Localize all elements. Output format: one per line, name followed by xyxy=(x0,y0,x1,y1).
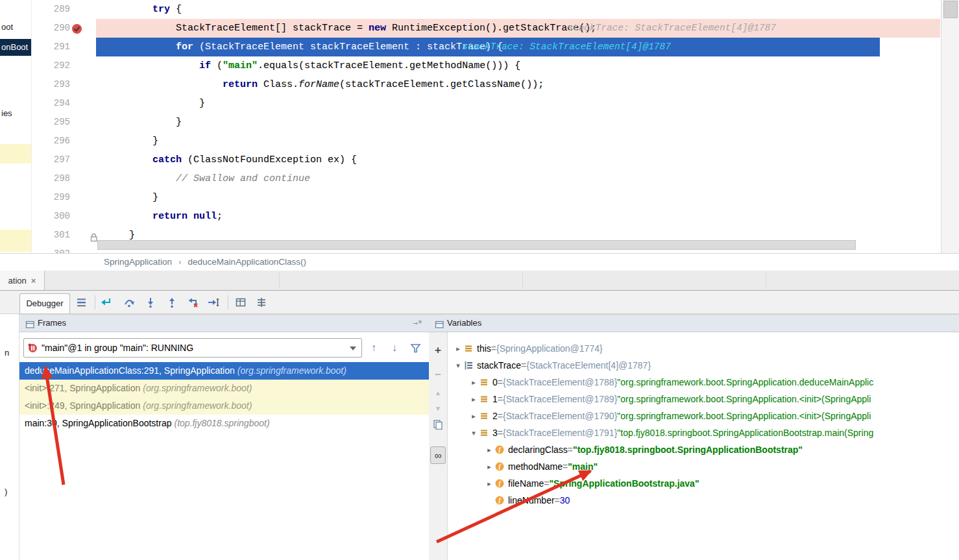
editor-vertical-scrollbar[interactable] xyxy=(941,0,959,253)
drop-frame-icon[interactable] xyxy=(186,296,199,309)
project-tree-item-partial[interactable]: oot xyxy=(1,21,13,34)
variable-row-fileName[interactable]: ▸ffileName = "SpringApplicationBootstrap… xyxy=(448,475,959,492)
add-watch-icon[interactable]: + xyxy=(429,344,447,357)
chevron-right-icon[interactable]: ▸ xyxy=(484,458,494,475)
code-text[interactable]: } xyxy=(129,94,205,113)
stripe-label-partial[interactable]: ) xyxy=(5,487,7,496)
object-reference: {StackTraceElement@1788} xyxy=(503,374,617,391)
field-icon: f xyxy=(494,444,505,455)
duplicate-icon[interactable] xyxy=(429,419,447,432)
evaluate-in-loop-toggle[interactable]: ∞ xyxy=(430,446,446,464)
divider xyxy=(279,273,280,289)
code-text[interactable]: return null; xyxy=(129,207,223,226)
code-text[interactable]: if ("main".equals(stackTraceElement.getM… xyxy=(129,56,520,75)
step-out-icon[interactable] xyxy=(165,296,178,309)
code-line-295[interactable]: 295 } xyxy=(0,113,941,132)
value-icon xyxy=(479,428,489,438)
show-execution-point-icon[interactable] xyxy=(99,296,112,309)
variable-row-this[interactable]: ▸this = {SpringApplication@1774} xyxy=(448,340,959,357)
chevron-right-icon[interactable]: ▸ xyxy=(468,408,479,424)
variable-row-0[interactable]: ▸0 = {StackTraceElement@1788} "org.sprin… xyxy=(448,374,959,391)
code-line-296[interactable]: 296 } xyxy=(0,132,941,151)
frame-row-0[interactable]: deduceMainApplicationClass:291, SpringAp… xyxy=(19,362,429,380)
project-tree-item-selected[interactable]: onBoot xyxy=(0,39,31,56)
code-text[interactable]: } xyxy=(129,132,158,151)
variable-row-3[interactable]: ▾3 = {StackTraceElement@1791} "top.fjy80… xyxy=(448,424,959,441)
variable-name: fileName xyxy=(508,475,544,492)
thread-selector[interactable]: "main"@1 in group "main": RUNNING xyxy=(23,338,362,358)
chevron-down-icon[interactable]: ▾ xyxy=(468,424,479,441)
value-icon xyxy=(479,411,489,421)
step-over-icon[interactable] xyxy=(123,296,136,309)
hide-frames-filter-icon[interactable] xyxy=(407,340,423,356)
previous-frame-icon[interactable]: ↑ xyxy=(366,340,382,356)
run-to-cursor-icon[interactable] xyxy=(207,296,220,309)
frame-row-2[interactable]: <init>:249, SpringApplication(org.spring… xyxy=(19,397,429,415)
evaluate-expression-icon[interactable] xyxy=(234,296,247,309)
threads-view-icon[interactable] xyxy=(75,296,88,309)
move-up-icon[interactable]: ▲ xyxy=(429,389,447,396)
frame-row-3[interactable]: main:30, SpringApplicationBootstrap(top.… xyxy=(19,415,429,432)
code-editor[interactable]: 289 try {290 StackTraceElement[] stackTr… xyxy=(0,0,941,253)
object-reference: {SpringApplication@1774} xyxy=(496,340,603,357)
code-line-297[interactable]: 297 catch (ClassNotFoundException ex) { xyxy=(0,151,941,169)
scrollbar-thumb[interactable] xyxy=(943,1,958,18)
variable-row-1[interactable]: ▸1 = {StackTraceElement@1789} "org.sprin… xyxy=(448,391,959,408)
tab-debugger[interactable]: Debugger xyxy=(19,293,70,313)
thread-icon xyxy=(28,343,38,356)
chevron-right-icon[interactable]: ▸ xyxy=(453,340,463,357)
next-frame-icon[interactable]: ↓ xyxy=(387,340,402,356)
code-line-294[interactable]: 294 } xyxy=(0,94,941,113)
code-line-299[interactable]: 299 } xyxy=(0,188,941,207)
code-text[interactable]: for (StackTraceElement stackTraceElement… xyxy=(129,38,503,56)
tab-run-configuration-partial[interactable]: ation × xyxy=(0,271,45,290)
project-panel-edge: oot onBoot ies xyxy=(0,0,32,253)
code-line-293[interactable]: 293 return Class.forName(stackTraceEleme… xyxy=(0,75,941,94)
frames-list: deduceMainApplicationClass:291, SpringAp… xyxy=(19,362,429,432)
code-line-290[interactable]: 290 StackTraceElement[] stackTrace = new… xyxy=(0,19,941,38)
object-reference: {StackTraceElement@1791} xyxy=(503,424,617,441)
project-tree-item-partial[interactable]: ies xyxy=(1,107,12,120)
code-line-298[interactable]: 298 // Swallow and continue xyxy=(0,169,941,188)
variable-row-declaringClass[interactable]: ▸fdeclaringClass = "top.fjy8018.springbo… xyxy=(448,441,959,458)
code-text[interactable]: catch (ClassNotFoundException ex) { xyxy=(129,151,357,169)
step-into-icon[interactable] xyxy=(144,296,157,309)
breadcrumb-class[interactable]: SpringApplication xyxy=(104,257,172,267)
value-icon xyxy=(463,343,474,354)
frame-row-1[interactable]: <init>:271, SpringApplication(org.spring… xyxy=(19,380,429,397)
chevron-down-icon[interactable]: ▾ xyxy=(453,357,463,374)
variable-row-2[interactable]: ▸2 = {StackTraceElement@1790} "org.sprin… xyxy=(448,408,959,424)
chevron-right-icon[interactable]: ▸ xyxy=(484,475,494,492)
code-text[interactable]: // Swallow and continue xyxy=(129,169,310,188)
variable-row-stackTrace[interactable]: ▾stackTrace = {StackTraceElement[4]@1787… xyxy=(448,357,959,374)
breadcrumb-method[interactable]: deduceMainApplicationClass() xyxy=(188,257,306,267)
code-text[interactable]: } xyxy=(129,188,158,207)
variable-row-methodName[interactable]: ▸fmethodName = "main" xyxy=(448,458,959,475)
code-text[interactable]: try { xyxy=(129,0,182,19)
chevron-right-icon[interactable]: ▸ xyxy=(484,441,494,458)
chevron-down-icon[interactable] xyxy=(350,347,356,350)
thread-selector-value: "main"@1 in group "main": RUNNING xyxy=(42,339,193,357)
stripe-label-partial[interactable]: n xyxy=(5,348,9,358)
code-text[interactable]: StackTraceElement[] stackTrace = new Run… xyxy=(129,19,596,38)
view-options-icon[interactable] xyxy=(255,296,268,309)
variables-panel: ▸this = {SpringApplication@1774}▾stackTr… xyxy=(448,332,959,560)
code-line-292[interactable]: 292 if ("main".equals(stackTraceElement.… xyxy=(0,56,941,75)
remove-watch-icon[interactable]: − xyxy=(429,369,447,382)
code-line-291[interactable]: 291 for (StackTraceElement stackTraceEle… xyxy=(0,38,941,56)
code-line-289[interactable]: 289 try { xyxy=(0,0,941,19)
string-value: "top.fjy8018.springboot.SpringApplicatio… xyxy=(573,441,803,458)
tab-label: ation xyxy=(8,276,27,286)
variable-row-lineNumber[interactable]: flineNumber = 30 xyxy=(448,492,959,509)
move-down-icon[interactable]: ▼ xyxy=(429,405,447,412)
code-text[interactable]: } xyxy=(129,113,182,132)
number-value: 30 xyxy=(560,492,570,509)
code-text[interactable]: return Class.forName(stackTraceElement.g… xyxy=(129,75,544,94)
chevron-right-icon[interactable]: ▸ xyxy=(468,391,479,408)
close-icon[interactable]: × xyxy=(31,276,36,286)
string-value: "SpringApplicationBootstrap.java" xyxy=(549,475,699,492)
code-line-300[interactable]: 300 return null; xyxy=(0,207,941,226)
chevron-right-icon[interactable]: ▸ xyxy=(468,374,479,391)
editor-horizontal-scrollbar[interactable] xyxy=(97,240,856,250)
frames-panel-options-icon[interactable]: →* xyxy=(413,315,422,332)
